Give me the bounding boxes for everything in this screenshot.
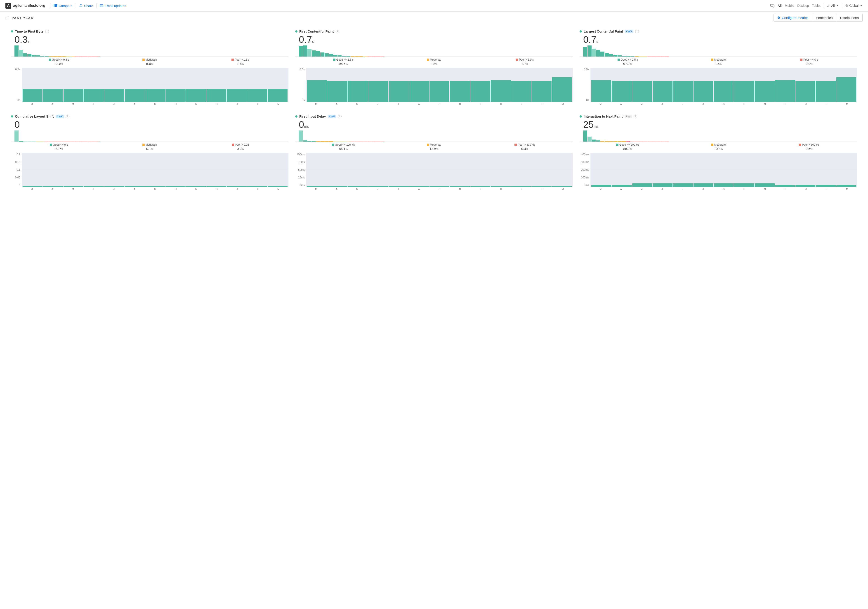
info-icon[interactable]: i: [338, 115, 341, 118]
x-tick: F: [817, 188, 837, 190]
bar-chart-area: [591, 153, 857, 187]
distributions-tab[interactable]: Distributions: [836, 14, 863, 22]
metric-card: Largest Contentful PaintCWVi0.7sGood <= …: [580, 30, 857, 106]
info-icon[interactable]: i: [336, 30, 339, 33]
x-tick: M: [268, 188, 288, 190]
trend-bar: [268, 89, 288, 102]
device-all[interactable]: All: [778, 4, 782, 8]
x-tick: A: [124, 188, 145, 190]
histo-bar: [312, 50, 316, 56]
compare-button[interactable]: Compare: [54, 4, 73, 8]
topbar: A agilemanifesto.org Compare Share Email…: [0, 0, 868, 11]
signal-icon: [827, 4, 830, 7]
connection-dropdown[interactable]: All: [827, 4, 839, 8]
histo-bar: [303, 140, 307, 141]
email-button[interactable]: Email updates: [100, 4, 126, 8]
legend-label: Moderate: [105, 143, 194, 146]
x-tick: J: [84, 103, 104, 106]
svg-rect-9: [100, 5, 103, 7]
histo-bar: [14, 130, 19, 141]
y-tick: 0ms: [584, 183, 589, 187]
trend-bar: [23, 186, 42, 187]
histo-bar: [600, 51, 604, 56]
trend-bar: [470, 81, 490, 102]
separator: [842, 3, 842, 8]
legend-label: Moderate: [389, 143, 478, 146]
trend-bar: [125, 186, 145, 187]
trend-bar: [653, 81, 673, 102]
info-icon[interactable]: i: [66, 115, 70, 118]
x-tick: O: [166, 188, 186, 190]
device-filter: All Mobile Desktop Tablet: [770, 4, 820, 8]
legend-label: Poor > 500ms: [765, 143, 854, 146]
legend-swatch: [143, 59, 145, 61]
y-tick: 0.5s: [15, 68, 20, 71]
x-tick: J: [368, 103, 388, 106]
info-icon[interactable]: i: [635, 30, 639, 33]
histo-bar: [23, 53, 27, 56]
legend-label: Good <= 2.5s: [583, 58, 672, 61]
metric-card: Cumulative Layout ShiftCWVi0Good <= 0.19…: [11, 115, 288, 190]
trend-bar: [775, 80, 795, 102]
legend-value: 2.8%: [389, 61, 478, 65]
metric-title-row: Interaction to Next PaintExpi: [580, 115, 857, 118]
device-mobile[interactable]: Mobile: [785, 4, 794, 8]
exp-badge: Exp: [625, 115, 632, 118]
trend-bar: [348, 186, 368, 187]
trend-bar: [206, 89, 226, 102]
svg-rect-8: [56, 6, 57, 7]
device-tablet[interactable]: Tablet: [812, 4, 820, 8]
metric-title-row: Time to First Bytei: [11, 30, 288, 33]
x-tick: J: [796, 188, 816, 190]
legend-value: 95.5%: [299, 61, 388, 65]
x-tick: A: [611, 103, 631, 106]
x-tick: O: [450, 103, 470, 106]
configure-metrics-button[interactable]: Configure metrics: [773, 14, 812, 22]
trend-bar: [532, 186, 551, 187]
x-tick: M: [837, 188, 857, 190]
trend-bar: [84, 186, 104, 187]
legend-label: Poor > 1.8s: [196, 58, 285, 61]
trend-bar: [673, 183, 693, 187]
info-icon[interactable]: i: [45, 30, 49, 33]
trend-bar: [795, 185, 815, 187]
x-tick: F: [532, 188, 552, 190]
y-axis: 100ms75ms50ms25ms0ms: [295, 153, 306, 187]
region-dropdown[interactable]: Global: [845, 4, 863, 8]
share-button[interactable]: Share: [79, 4, 93, 8]
legend-swatch: [618, 59, 620, 61]
y-tick: 0s: [586, 99, 589, 102]
trend-bar: [206, 186, 226, 187]
svg-rect-6: [54, 6, 54, 7]
subbar: PAST YEAR Configure metrics Percentiles …: [0, 11, 868, 24]
svg-rect-12: [827, 6, 828, 7]
trend-bar: [591, 185, 611, 187]
email-label: Email updates: [105, 4, 126, 8]
legend-value: 86.1%: [299, 146, 388, 151]
x-axis: MAMJJASONDJFM: [580, 188, 857, 190]
histo-bar: [618, 55, 622, 56]
trend-bar: [166, 89, 185, 102]
legend-swatch: [616, 144, 618, 146]
y-tick: 400ms: [581, 153, 589, 156]
histo-bar: [604, 53, 609, 56]
x-tick: J: [388, 103, 408, 106]
trend-bar: [368, 186, 388, 187]
x-tick: J: [673, 103, 693, 106]
info-icon[interactable]: i: [634, 115, 637, 118]
trend-bar: [84, 89, 104, 102]
x-tick: M: [553, 188, 573, 190]
histo-bar: [583, 47, 587, 56]
bar-chart-area: [306, 153, 573, 187]
x-tick: M: [591, 103, 611, 106]
metric-value: 0: [11, 118, 288, 130]
y-tick: 0s: [302, 99, 305, 102]
trend-bar: [775, 185, 795, 187]
histo-bar: [609, 54, 613, 56]
x-tick: J: [673, 188, 693, 190]
x-tick: S: [429, 188, 450, 190]
percentiles-tab[interactable]: Percentiles: [812, 14, 836, 22]
device-desktop[interactable]: Desktop: [797, 4, 809, 8]
legend-item-poor: Poor > 300ms0.4%: [480, 143, 569, 151]
x-tick: D: [491, 188, 511, 190]
